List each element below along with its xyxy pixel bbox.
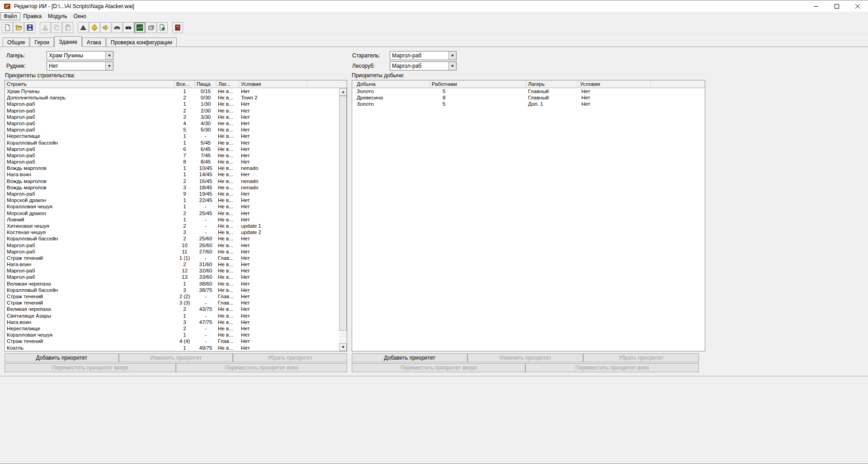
- table-row[interactable]: Нага-воин114/45Не в...Нет: [5, 171, 347, 178]
- table-row[interactable]: Хитиновая чешуя2-Не в...update 1: [5, 223, 347, 229]
- menu-edit[interactable]: Правка: [20, 12, 45, 20]
- save-button[interactable]: [24, 22, 35, 33]
- dropdown-arrow-icon[interactable]: [448, 52, 456, 60]
- cut-button[interactable]: [40, 22, 51, 33]
- column-header-conditions[interactable]: Условия: [578, 80, 651, 88]
- table-row[interactable]: Коатль149/75Не в...Нет: [5, 345, 347, 351]
- table-row[interactable]: Нерестилище2-Не в...Нет: [5, 325, 347, 332]
- table-row[interactable]: Маргол-раб1232/60Не в...Нет: [5, 267, 347, 274]
- table-row[interactable]: Маргол-раб1333/60Не в...Нет: [5, 274, 347, 280]
- close-button[interactable]: [847, 1, 868, 12]
- app-icon[interactable]: [4, 3, 11, 10]
- scroll-up-button[interactable]: [339, 88, 347, 96]
- table-row[interactable]: Дополнительный лагерь20/30Не в...Town 2: [5, 94, 347, 101]
- table-row[interactable]: Коралловый бассейн15/45Не в...Нет: [5, 140, 347, 146]
- camp-combobox[interactable]: Храм Пучины: [47, 51, 113, 60]
- right-move-priority-up-button[interactable]: Переместить приоритет вверх: [352, 363, 525, 372]
- table-row[interactable]: Золото5Доп. 1Нет: [352, 101, 705, 107]
- left-move-priority-up-button[interactable]: Переместить приоритет вверх: [5, 363, 176, 372]
- maximize-button[interactable]: [826, 1, 847, 12]
- right-edit-priority-button[interactable]: Изменить приоритет: [467, 353, 583, 362]
- left-remove-priority-button[interactable]: Убрать приоритет: [233, 353, 347, 362]
- table-row[interactable]: Страж течений1 (1)-Глав...Нет: [5, 255, 347, 261]
- table-row[interactable]: Коралловый бассейн338/75Не в...Нет: [5, 287, 347, 293]
- copy-button[interactable]: [51, 22, 62, 33]
- menu-file[interactable]: Файл: [0, 12, 20, 20]
- table-row[interactable]: Коралловая чешуя1-Не в...Нет: [5, 203, 347, 210]
- terrain-button[interactable]: [78, 22, 89, 33]
- table-row[interactable]: Маргол-раб11/30Не в...Нет: [5, 101, 347, 107]
- table-row[interactable]: Страж течений2 (2)-Глав...Нет: [5, 293, 347, 300]
- right-remove-priority-button[interactable]: Убрать приоритет: [583, 353, 699, 362]
- column-header-total[interactable]: Все...: [175, 80, 195, 88]
- table-row[interactable]: Коралловая чешуя1-Не в...Нет: [5, 332, 347, 338]
- glasses-button[interactable]: [123, 22, 134, 33]
- table-row[interactable]: Великая черепаха243/75Не в...Нет: [5, 306, 347, 312]
- left-move-priority-down-button[interactable]: Переместить приоритет вниз: [176, 363, 347, 372]
- table-row[interactable]: Маргол-раб77/45Не в...Нет: [5, 152, 347, 159]
- export-button[interactable]: [157, 22, 168, 33]
- table-row[interactable]: Маргол-раб55/30Не в...Нет: [5, 127, 347, 133]
- woodcutter-combobox[interactable]: Маргол-раб: [390, 61, 457, 70]
- mine-combobox[interactable]: Нет: [47, 61, 113, 70]
- menu-module[interactable]: Модуль: [45, 12, 71, 20]
- table-row[interactable]: Маргол-раб88/45Не в...Нет: [5, 159, 347, 165]
- dropdown-arrow-icon[interactable]: [448, 62, 456, 70]
- table-row[interactable]: Нерестилище1-Не в...Нет: [5, 133, 347, 139]
- prospector-combobox[interactable]: Маргол-раб: [390, 51, 457, 60]
- menu-window[interactable]: Окно: [71, 12, 90, 20]
- table-row[interactable]: Вождь марголов318/45Не в...nenado: [5, 184, 347, 191]
- tab-heroes[interactable]: Герои: [30, 37, 53, 47]
- tab-config-check[interactable]: Проверка конфигурации: [106, 37, 177, 47]
- table-row[interactable]: Золото5ГлавныйНет: [352, 88, 705, 94]
- table-row[interactable]: Святилище Азары1-Не в...Нет: [5, 313, 347, 319]
- table-row[interactable]: Вождь марголов216/45Не в...nenado: [5, 178, 347, 184]
- table-row[interactable]: Маргол-раб44/30Не в...Нет: [5, 120, 347, 127]
- binoculars-button[interactable]: [112, 22, 123, 33]
- table-row[interactable]: Маргол-раб33/30Не в...Нет: [5, 114, 347, 120]
- scrollbar-thumb[interactable]: [339, 96, 347, 331]
- tab-common[interactable]: Общие: [3, 37, 29, 47]
- paste-button[interactable]: [62, 22, 73, 33]
- table-row[interactable]: Маргол-раб22/30Не в...Нет: [5, 108, 347, 114]
- column-header-conditions[interactable]: Условия: [239, 80, 307, 88]
- package-button[interactable]: [146, 22, 156, 33]
- minimize-button[interactable]: [806, 1, 826, 12]
- dropdown-arrow-icon[interactable]: [105, 62, 113, 70]
- table-row[interactable]: Маргол-раб1026/60Не в...Нет: [5, 242, 347, 248]
- table-row[interactable]: Маргол-раб1127/60Не в...Нет: [5, 248, 347, 255]
- table-row[interactable]: Великая черепаха138/60Не в...Нет: [5, 281, 347, 287]
- table-row[interactable]: Древесина8ГлавныйНет: [352, 94, 705, 101]
- column-header-workers[interactable]: Работники: [430, 80, 526, 88]
- column-header-food[interactable]: Пища: [195, 80, 217, 88]
- open-button[interactable]: [13, 22, 24, 33]
- new-button[interactable]: [2, 22, 13, 33]
- table-row[interactable]: Костяная чешуя3-Не в...update 2: [5, 229, 347, 235]
- table-row[interactable]: Ловчий1-Не в...Нет: [5, 216, 347, 223]
- gold-button[interactable]: [89, 22, 100, 33]
- table-row[interactable]: Морской дракон122/45Не в...Нет: [5, 197, 347, 203]
- scroll-down-button[interactable]: [339, 343, 347, 351]
- column-header-camp[interactable]: Лаг...: [217, 80, 239, 88]
- table-row[interactable]: Вождь марголов110/45Не в...nenado: [5, 165, 347, 171]
- exit-button[interactable]: [172, 22, 183, 33]
- column-header-resource[interactable]: Добыча: [352, 80, 430, 88]
- table-row[interactable]: Маргол-раб919/45Не в...Нет: [5, 191, 347, 197]
- table-row[interactable]: Морской дракон225/45Не в...Нет: [5, 210, 347, 216]
- dropdown-arrow-icon[interactable]: [105, 52, 113, 60]
- left-edit-priority-button[interactable]: Изменить приоритет: [119, 353, 233, 362]
- table-row[interactable]: Страж течений3 (3)-Глав...Нет: [5, 300, 347, 306]
- table-row[interactable]: Страж течений4 (4)-Глав...Нет: [5, 338, 347, 344]
- map-view-button[interactable]: [134, 22, 145, 33]
- right-add-priority-button[interactable]: Добавить приоритет: [352, 353, 467, 362]
- sound-button[interactable]: [100, 22, 111, 33]
- table-row[interactable]: Храм Пучины10/15Не в...Нет: [5, 88, 347, 94]
- column-header-camp[interactable]: Лагерь: [526, 80, 578, 88]
- table-row[interactable]: Коралловый бассейн225/60Не в...Нет: [5, 235, 347, 242]
- tab-building[interactable]: Здание: [54, 36, 82, 47]
- vertical-scrollbar[interactable]: [339, 88, 347, 351]
- table-row[interactable]: Нага-воин347/75Не в...Нет: [5, 319, 347, 325]
- table-row[interactable]: Маргол-раб66/45Не в...Нет: [5, 146, 347, 152]
- left-add-priority-button[interactable]: Добавить приоритет: [5, 353, 119, 362]
- table-row[interactable]: Нага-воин231/60Не в...Нет: [5, 261, 347, 267]
